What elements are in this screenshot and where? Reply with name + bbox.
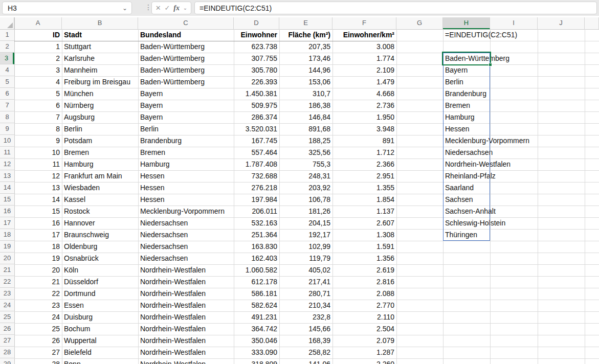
cell-C28[interactable]: Nordrhein-Westfalen [138, 347, 234, 358]
cell-C11[interactable]: Bremen [138, 147, 234, 158]
cell-A10[interactable]: 9 [14, 135, 62, 147]
cell-B5[interactable]: Freiburg im Breisgau [62, 76, 138, 88]
cell-C9[interactable]: Berlin [138, 123, 234, 135]
cell-D9[interactable]: 3.520.031 [234, 123, 279, 135]
cell-C19[interactable]: Niedersachsen [138, 241, 234, 253]
row-header-2[interactable]: 2 [0, 41, 14, 53]
row-header-20[interactable]: 20 [0, 253, 14, 264]
cell-B27[interactable]: Wuppertal [62, 335, 138, 347]
cell-H16[interactable]: Sachsen-Anhalt [443, 206, 490, 217]
row-header-27[interactable]: 27 [0, 335, 14, 347]
cell-E10[interactable]: 188,25 [279, 135, 332, 147]
cell-A7[interactable]: 6 [14, 100, 62, 111]
cell-D2[interactable]: 623.738 [234, 41, 279, 53]
cell-H4[interactable]: Bayern [443, 64, 490, 76]
cell-A27[interactable]: 26 [14, 335, 62, 347]
cell-C22[interactable]: Nordrhein-Westfalen [138, 276, 234, 288]
cell-E18[interactable]: 192,17 [279, 229, 332, 241]
cell-F8[interactable]: 1.950 [332, 111, 396, 123]
cell-H6[interactable]: Brandenburg [443, 88, 490, 100]
cell-B25[interactable]: Duisburg [62, 311, 138, 323]
cell-H14[interactable]: Saarland [443, 182, 490, 194]
cell-F19[interactable]: 1.591 [332, 241, 396, 253]
cell-E5[interactable]: 153,06 [279, 76, 332, 88]
cell-A11[interactable]: 10 [14, 147, 62, 158]
cell-B22[interactable]: Düsseldorf [62, 276, 138, 288]
cell-A19[interactable]: 18 [14, 241, 62, 253]
formula-input[interactable]: =EINDEUTIG(C2:C51) [194, 2, 597, 14]
cell-E3[interactable]: 173,46 [279, 53, 332, 64]
row-header-28[interactable]: 28 [0, 347, 14, 358]
row-header-21[interactable]: 21 [0, 264, 14, 276]
cell-F20[interactable]: 1.356 [332, 253, 396, 264]
cell-H11[interactable]: Niedersachsen [443, 147, 490, 158]
cell-A25[interactable]: 24 [14, 311, 62, 323]
cell-H5[interactable]: Berlin [443, 76, 490, 88]
cell-D23[interactable]: 586.181 [234, 288, 279, 300]
row-header-5[interactable]: 5 [0, 76, 14, 88]
column-header-G[interactable]: G [396, 17, 443, 29]
cell-A8[interactable]: 7 [14, 111, 62, 123]
cell-C10[interactable]: Brandenburg [138, 135, 234, 147]
cell-D13[interactable]: 732.688 [234, 170, 279, 182]
cell-E29[interactable]: 141,06 [279, 358, 332, 364]
cell-D26[interactable]: 364.742 [234, 323, 279, 335]
cell-A1[interactable]: ID [14, 29, 62, 41]
cell-C25[interactable]: Nordrhein-Westfalen [138, 311, 234, 323]
row-header-26[interactable]: 26 [0, 323, 14, 335]
cell-D7[interactable]: 509.975 [234, 100, 279, 111]
cell-H12[interactable]: Nordrhein-Westfalen [443, 158, 490, 170]
cell-E2[interactable]: 207,35 [279, 41, 332, 53]
column-header-D[interactable]: D [234, 17, 279, 29]
cell-F17[interactable]: 2.607 [332, 217, 396, 229]
cell-F9[interactable]: 3.948 [332, 123, 396, 135]
row-header-25[interactable]: 25 [0, 311, 14, 323]
cell-B21[interactable]: Köln [62, 264, 138, 276]
cell-D20[interactable]: 162.403 [234, 253, 279, 264]
cell-F16[interactable]: 1.137 [332, 206, 396, 217]
row-header-8[interactable]: 8 [0, 111, 14, 123]
row-header-29[interactable]: 29 [0, 358, 14, 364]
cell-B11[interactable]: Bremen [62, 147, 138, 158]
row-header-15[interactable]: 15 [0, 194, 14, 206]
cell-F4[interactable]: 2.109 [332, 64, 396, 76]
cell-D14[interactable]: 276.218 [234, 182, 279, 194]
cell-F21[interactable]: 2.619 [332, 264, 396, 276]
select-all-button[interactable] [0, 17, 14, 29]
cell-E19[interactable]: 102,99 [279, 241, 332, 253]
column-header-F[interactable]: F [332, 17, 396, 29]
cell-C5[interactable]: Baden-Württemberg [138, 76, 234, 88]
cell-A18[interactable]: 17 [14, 229, 62, 241]
cell-E11[interactable]: 325,56 [279, 147, 332, 158]
cell-B12[interactable]: Hamburg [62, 158, 138, 170]
cell-C14[interactable]: Hessen [138, 182, 234, 194]
cell-F15[interactable]: 1.854 [332, 194, 396, 206]
cell-C13[interactable]: Hessen [138, 170, 234, 182]
row-header-16[interactable]: 16 [0, 206, 14, 217]
cell-B3[interactable]: Karlsruhe [62, 53, 138, 64]
cell-H1[interactable]: =EINDEUTIG(C2:C51) [443, 29, 490, 41]
cell-D1[interactable]: Einwohner [234, 29, 279, 41]
cell-H8[interactable]: Hamburg [443, 111, 490, 123]
cell-F25[interactable]: 2.110 [332, 311, 396, 323]
cell-D19[interactable]: 163.830 [234, 241, 279, 253]
cell-F7[interactable]: 2.736 [332, 100, 396, 111]
row-header-3[interactable]: 3 [0, 53, 14, 64]
cell-H17[interactable]: Schleswig-Holstein [443, 217, 490, 229]
cell-A23[interactable]: 22 [14, 288, 62, 300]
name-box[interactable]: H3 ⌄ [2, 2, 132, 14]
cell-F12[interactable]: 2.366 [332, 158, 396, 170]
cell-A5[interactable]: 4 [14, 76, 62, 88]
row-header-18[interactable]: 18 [0, 229, 14, 241]
cell-A26[interactable]: 25 [14, 323, 62, 335]
cell-C2[interactable]: Baden-Württemberg [138, 41, 234, 53]
cell-C29[interactable]: Nordrhein-Westfalen [138, 358, 234, 364]
fill-handle[interactable] [489, 63, 492, 66]
cell-B15[interactable]: Kassel [62, 194, 138, 206]
cell-C7[interactable]: Bayern [138, 100, 234, 111]
cell-E25[interactable]: 232,8 [279, 311, 332, 323]
cell-B10[interactable]: Potsdam [62, 135, 138, 147]
cell-B13[interactable]: Frankfurt am Main [62, 170, 138, 182]
cell-A6[interactable]: 5 [14, 88, 62, 100]
cell-D12[interactable]: 1.787.408 [234, 158, 279, 170]
